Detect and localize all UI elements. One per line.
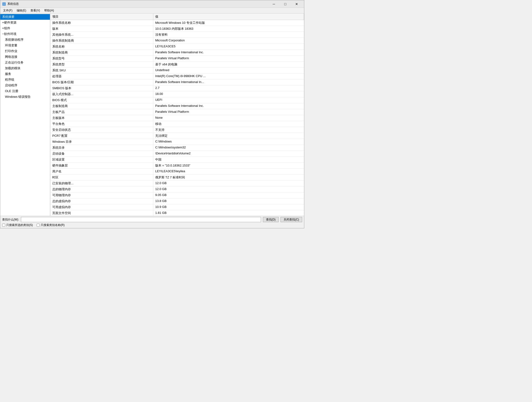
sidebar-item-hardware[interactable]: +硬件资源 [0,20,50,26]
menu-edit[interactable]: 编辑(E) [15,8,28,13]
svg-text:i: i [4,3,5,6]
sidebar-item-running-tasks[interactable]: 正在运行任务 [0,60,50,65]
table-row: Windows 目录C:\Windows [51,139,304,145]
search-label: 查找什么(W): [2,218,19,222]
table-cell-value: None [153,115,304,121]
table-cell-item: 已安装的物理... [51,181,153,187]
sidebar-item-services[interactable]: 服务 [0,71,50,77]
app-icon: i [2,2,6,6]
table-cell-item: BIOS 模式 [51,97,153,103]
menu-file[interactable]: 文件(F) [1,8,14,13]
window-controls: ─ □ ✕ [268,0,302,8]
table-row: 区域设置中国 [51,157,304,163]
menu-help[interactable]: 帮助(H) [42,8,56,13]
table-cell-value: 13.8 GB [153,198,304,204]
table-cell-item: 系统 SKU [51,68,153,73]
table-cell-value: 基于 x64 的电脑 [153,62,304,68]
sidebar-item-program-groups[interactable]: 程序组 [0,77,50,83]
table-cell-item: 主板产品 [51,109,153,115]
table-row: 主板产品Parallels Virtual Platform [51,109,304,115]
sidebar-item-startup[interactable]: 启动程序 [0,83,50,88]
search-row: 查找什么(W): 查找(D) 关闭查找(C) [2,217,302,222]
sidebar-item-env-vars[interactable]: 环境变量 [0,43,50,48]
table-row: 其他操作系统...没有资料 [51,32,304,38]
table-cell-value: 没有资料 [153,32,304,38]
data-table[interactable]: 项目 值 操作系统名称Microsoft Windows 10 专业工作站版版本… [50,13,304,216]
table-cell-item: 页面文件空间 [51,210,153,216]
table-cell-value: 12.0 GB [153,181,304,187]
table-cell-item: 启动设备 [51,151,153,157]
table-row: 总的物理内存12.0 GB [51,187,304,192]
table-cell-value: Parallels Software International Inc. [153,50,304,56]
sidebar-item-error-report[interactable]: Windows 错误报告 [0,94,50,100]
minimize-button[interactable]: ─ [268,0,279,8]
menu-bar: 文件(F) 编辑(E) 查看(V) 帮助(H) [0,8,304,13]
sidebar-item-network[interactable]: 网络连接 [0,54,50,60]
table-cell-item: 系统目录 [51,145,153,151]
table-row: 平台角色移动 [51,121,304,127]
checkbox-label-2[interactable]: 只搜索类别名称(R) [37,223,65,227]
table-row: 系统名称LEYILEA3CE5 [51,44,304,50]
checkbox-selected-category[interactable] [2,224,5,227]
checkbox-label-1[interactable]: 只搜索所选的类别(S) [2,223,33,227]
find-button[interactable]: 查找(D) [263,217,279,222]
table-cell-value: Microsoft Windows 10 专业工作站版 [153,20,304,26]
table-cell-item: 处理器 [51,73,153,79]
table-row: 版本10.0.18363 内部版本 18363 [51,26,304,32]
table-cell-item: 嵌入式控制器... [51,91,153,97]
table-header-row: 项目 值 [51,13,304,20]
table-row: 硬件抽象层版本 = "10.0.18362.1533" [51,163,304,169]
table-cell-value: Parallels Software International Inc. [153,103,304,109]
table-row: 启动设备\Device\HarddiskVolume2 [51,151,304,157]
table-cell-item: 硬件抽象层 [51,163,153,169]
close-find-button[interactable]: 关闭查找(C) [280,217,302,222]
table-row: BIOS 模式UEFI [51,97,304,103]
table-cell-item: 安全启动状态 [51,127,153,133]
table-row: 嵌入式控制器...18.00 [51,91,304,97]
sidebar-item-print-jobs[interactable]: 打印作业 [0,48,50,54]
table-cell-value: \Device\HarddiskVolume2 [153,151,304,157]
table-cell-value: C:\Windows\system32 [153,145,304,151]
checkbox-row: 只搜索所选的类别(S) 只搜索类别名称(R) [2,223,302,227]
table-row: SMBIOS 版本2.7 [51,85,304,91]
table-cell-item: 版本 [51,26,153,32]
table-cell-value: Microsoft Corporation [153,38,304,44]
table-cell-value: Parallels Virtual Platform [153,109,304,115]
table-row: 系统型号Parallels Virtual Platform [51,56,304,62]
search-input[interactable] [21,217,261,222]
col-header-value: 值 [153,13,304,20]
table-cell-item: BIOS 版本/日期 [51,79,153,85]
table-cell-value: Intel(R) Core(TM) i9-9980HK CPU ... [153,73,304,79]
main-panel: 项目 值 操作系统名称Microsoft Windows 10 专业工作站版版本… [50,13,304,216]
close-button[interactable]: ✕ [291,0,302,8]
col-header-item: 项目 [51,13,153,20]
sidebar-item-drivers[interactable]: 系统驱动程序 [0,37,50,43]
sidebar-item-loaded-modules[interactable]: 加载的模块 [0,65,50,71]
checkbox-category-name[interactable] [37,224,40,227]
table-cell-value: UEFI [153,97,304,103]
menu-view[interactable]: 查看(V) [29,8,42,13]
sidebar-item-ole-reg[interactable]: OLE 注册 [0,88,50,94]
table-cell-value: 2.7 [153,85,304,91]
sidebar-item-system-summary[interactable]: 系统摘要 [0,14,50,20]
bottom-bar: 查找什么(W): 查找(D) 关闭查找(C) 只搜索所选的类别(S) 只搜索类别… [0,216,304,228]
sidebar-item-components[interactable]: +组件 [0,26,50,31]
table-cell-item: 可用物理内存 [51,192,153,198]
table-cell-item: 区域设置 [51,157,153,163]
sidebar: 系统摘要 +硬件资源 +组件 −软件环境 系统驱动程序 环境变量 打印作业 网络… [0,13,50,216]
table-cell-item: 其他操作系统... [51,32,153,38]
table-row: 系统目录C:\Windows\system32 [51,145,304,151]
table-cell-value: 9.05 GB [153,192,304,198]
table-cell-item: 系统制造商 [51,50,153,56]
table-cell-item: PCR7 配置 [51,133,153,139]
table-cell-value: 1.81 GB [153,210,304,216]
table-cell-value: C:\Windows [153,139,304,145]
table-row: PCR7 配置无法绑定 [51,133,304,139]
table-row: 处理器Intel(R) Core(TM) i9-9980HK CPU ... [51,73,304,79]
table-row: 系统 SKUUndefined [51,68,304,73]
table-cell-item: 系统名称 [51,44,153,50]
sidebar-item-software[interactable]: −软件环境 [0,31,50,37]
maximize-button[interactable]: □ [280,0,291,8]
table-cell-value: 10.9 GB [153,204,304,210]
table-cell-value: Parallels Virtual Platform [153,56,304,62]
